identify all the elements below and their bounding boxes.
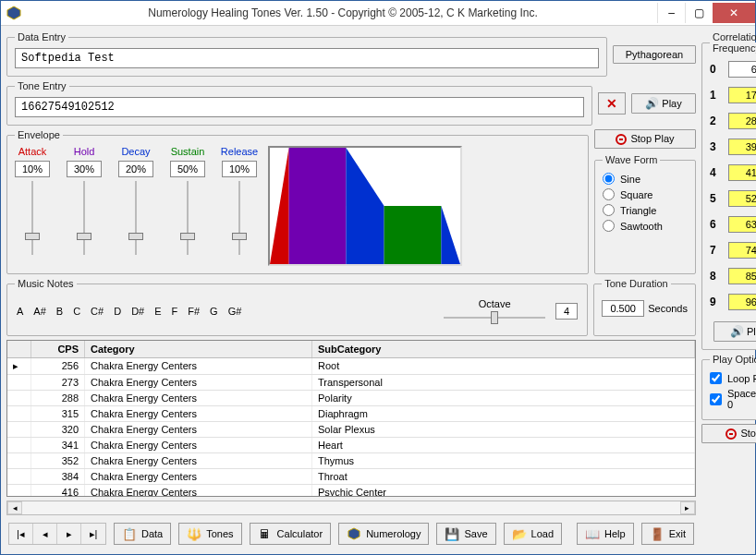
loop-play-checkbox[interactable]: Loop Play: [710, 370, 756, 386]
env-slider[interactable]: [76, 181, 92, 255]
table-row[interactable]: 320Chakra Energy CentersSolar Plexus: [7, 422, 695, 438]
note-button[interactable]: C#: [91, 306, 104, 317]
table-row[interactable]: 352Chakra Energy CentersThymus: [7, 453, 695, 469]
save-icon: 💾: [445, 526, 459, 541]
correlation-row: 1 174 🔊: [710, 85, 756, 105]
clear-tone-button[interactable]: ✕: [598, 92, 626, 115]
col-subcategory[interactable]: SubCategory: [312, 341, 695, 357]
env-slider[interactable]: [24, 181, 41, 255]
col-cps[interactable]: CPS: [31, 341, 85, 357]
table-body[interactable]: ▸256Chakra Energy CentersRoot273Chakra E…: [7, 358, 695, 496]
svg-marker-6: [348, 528, 360, 539]
svg-marker-5: [441, 206, 460, 264]
freq-value[interactable]: 417: [728, 164, 756, 181]
note-button[interactable]: F: [172, 306, 178, 317]
calculator-button[interactable]: 🖩Calculator: [250, 523, 332, 545]
note-button[interactable]: G: [210, 306, 218, 317]
note-button[interactable]: D#: [131, 306, 144, 317]
wave-option[interactable]: Sawtooth: [603, 218, 688, 234]
note-button[interactable]: B: [56, 306, 63, 317]
stop-play-button[interactable]: Stop Play: [594, 129, 696, 149]
envelope-group: Envelope Attack 10% Hold 30% Decay 20% S…: [6, 129, 589, 274]
freq-value[interactable]: 174: [728, 87, 756, 103]
note-button[interactable]: G#: [228, 306, 242, 317]
help-button[interactable]: 📖Help: [577, 523, 634, 545]
play-all-button[interactable]: 🔊 Play All: [713, 321, 756, 342]
space-tone-checkbox[interactable]: Space as Tone 0: [710, 386, 756, 412]
tone-duration-input[interactable]: [602, 300, 644, 317]
nav-first-button[interactable]: |◂: [9, 524, 33, 544]
freq-value[interactable]: 285: [728, 113, 756, 129]
play-options-legend: Play Options: [710, 354, 756, 365]
note-button[interactable]: A: [17, 306, 23, 317]
freq-value[interactable]: 396: [728, 139, 756, 155]
freq-value[interactable]: 63: [728, 61, 756, 78]
wave-option[interactable]: Triangle: [603, 202, 688, 218]
correlation-legend: Correlation / Frequency: [710, 31, 756, 54]
h-scrollbar[interactable]: ◂ ▸: [6, 501, 696, 515]
env-slider[interactable]: [179, 181, 196, 255]
data-entry-input[interactable]: [15, 48, 599, 68]
table-row[interactable]: 384Chakra Energy CentersThroat: [7, 469, 695, 485]
tone-duration-unit: Seconds: [648, 303, 688, 314]
freq-value[interactable]: 741: [728, 242, 756, 259]
freq-value[interactable]: 639: [728, 216, 756, 233]
table-row[interactable]: 273Chakra Energy CentersTranspersonal: [7, 375, 695, 391]
table-row[interactable]: ▸256Chakra Energy CentersRoot: [7, 358, 695, 375]
freq-value[interactable]: 852: [728, 268, 756, 284]
load-button[interactable]: 📂Load: [504, 523, 562, 545]
nav-last-button[interactable]: ▸|: [81, 524, 105, 544]
data-button[interactable]: 📋Data: [114, 523, 171, 545]
table-row[interactable]: 288Chakra Energy CentersPolarity: [7, 391, 695, 406]
table-row[interactable]: 341Chakra Energy CentersHeart: [7, 438, 695, 453]
env-label: Release: [221, 146, 258, 157]
env-slider[interactable]: [128, 181, 144, 255]
note-button[interactable]: D: [114, 306, 121, 317]
close-button[interactable]: ✕: [713, 3, 755, 23]
svg-marker-1: [270, 148, 289, 264]
table-row[interactable]: 315Chakra Energy CentersDiaphragm: [7, 406, 695, 422]
env-value[interactable]: 10%: [15, 161, 50, 177]
env-value[interactable]: 10%: [222, 161, 257, 177]
correlation-row: 2 285 🔊: [710, 111, 756, 131]
app-icon: [6, 6, 21, 20]
save-button[interactable]: 💾Save: [436, 523, 495, 545]
bottom-toolbar: |◂ ◂ ▸ ▸| 📋Data 🔱Tones 🖩Calculator Numer…: [6, 519, 696, 549]
nav-next-button[interactable]: ▸: [57, 524, 81, 544]
numerology-button[interactable]: Numerology: [338, 523, 429, 545]
stop-play-button-2[interactable]: Stop Play: [701, 424, 756, 443]
scroll-left-button[interactable]: ◂: [7, 501, 22, 514]
wave-option[interactable]: Square: [603, 187, 688, 202]
maximize-button[interactable]: ▢: [685, 3, 713, 23]
env-slider[interactable]: [231, 181, 248, 255]
col-category[interactable]: Category: [85, 341, 312, 357]
note-button[interactable]: C: [73, 306, 80, 317]
note-button[interactable]: E: [154, 306, 161, 317]
table-row[interactable]: 416Chakra Energy CentersPsychic Center: [7, 485, 695, 496]
note-button[interactable]: F#: [188, 306, 200, 317]
exit-button[interactable]: 🚪Exit: [641, 523, 694, 545]
note-button[interactable]: A#: [33, 306, 45, 317]
tones-button[interactable]: 🔱Tones: [178, 523, 241, 545]
wave-option[interactable]: Sine: [603, 171, 688, 187]
load-icon: 📂: [512, 526, 527, 541]
col-sel[interactable]: [7, 341, 31, 357]
freq-value[interactable]: 528: [728, 190, 756, 207]
nav-prev-button[interactable]: ◂: [33, 524, 57, 544]
x-icon: ✕: [606, 96, 617, 111]
play-button[interactable]: 🔊 Play: [631, 93, 696, 114]
env-value[interactable]: 20%: [118, 161, 153, 177]
freq-value[interactable]: 963: [728, 294, 756, 310]
play-options-group: Play Options Loop Play Space as Tone 0: [701, 354, 756, 420]
octave-slider[interactable]: [444, 311, 545, 324]
env-label: Decay: [121, 146, 150, 157]
pythagorean-button[interactable]: Pythagorean: [613, 45, 696, 64]
minimize-button[interactable]: –: [657, 3, 685, 23]
env-value[interactable]: 30%: [67, 161, 102, 177]
scroll-right-button[interactable]: ▸: [680, 501, 695, 514]
correlation-row: 6 639 🔊: [710, 214, 756, 235]
music-notes-legend: Music Notes: [15, 278, 77, 289]
env-value[interactable]: 50%: [170, 161, 205, 177]
octave-value[interactable]: 4: [555, 303, 578, 320]
tone-entry-input[interactable]: [15, 97, 584, 117]
